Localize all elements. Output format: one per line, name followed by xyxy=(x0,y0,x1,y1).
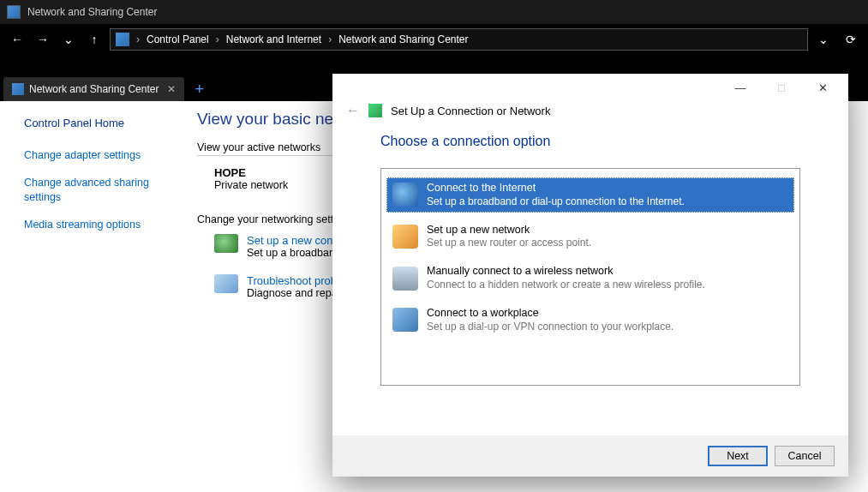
sidebar-item-streaming[interactable]: Media streaming options xyxy=(24,218,163,231)
back-button[interactable]: ← xyxy=(7,29,27,50)
app-icon xyxy=(7,5,21,19)
task-desc: Set up a broadband xyxy=(247,247,345,259)
sidebar-item-adapter[interactable]: Change adapter settings xyxy=(24,148,163,162)
window-titlebar: Network and Sharing Center xyxy=(0,0,868,24)
breadcrumb-item[interactable]: Network and Sharing Center xyxy=(338,33,468,45)
setup-connection-icon xyxy=(214,234,238,253)
router-icon xyxy=(392,225,418,249)
wizard-titlebar: — □ ✕ xyxy=(332,74,848,101)
breadcrumb-item[interactable]: Control Panel xyxy=(147,33,209,45)
recent-dropdown[interactable]: ⌄ xyxy=(58,29,79,50)
option-desc: Set up a dial-up or VPN connection to yo… xyxy=(427,321,673,333)
wizard-header: ← Set Up a Connection or Network xyxy=(332,101,848,130)
next-button[interactable]: Next xyxy=(708,446,768,466)
option-connect-internet[interactable]: Connect to the Internet Set up a broadba… xyxy=(386,177,794,213)
wizard-title: Set Up a Connection or Network xyxy=(391,105,550,117)
sidebar: Control Panel Home Change adapter settin… xyxy=(0,101,180,492)
option-title: Connect to the Internet xyxy=(427,182,685,195)
task-title[interactable]: Troubleshoot probl xyxy=(247,274,339,287)
tab-network-sharing[interactable]: Network and Sharing Center ✕ xyxy=(3,77,184,101)
tab-label: Network and Sharing Center xyxy=(29,83,159,95)
option-title: Connect to a workplace xyxy=(427,307,673,321)
option-desc: Set up a new router or access point. xyxy=(427,237,591,249)
chevron-right-icon: › xyxy=(213,33,223,45)
task-desc: Diagnose and repai xyxy=(247,287,339,299)
breadcrumb-item[interactable]: Network and Internet xyxy=(226,33,321,45)
cancel-button[interactable]: Cancel xyxy=(775,446,835,466)
new-tab-button[interactable]: + xyxy=(189,77,209,101)
option-desc: Connect to a hidden network or create a … xyxy=(427,279,705,291)
sidebar-item-sharing[interactable]: Change advanced sharing settings xyxy=(24,176,163,204)
globe-icon xyxy=(392,183,418,207)
maximize-button[interactable]: □ xyxy=(763,75,800,99)
close-icon[interactable]: ✕ xyxy=(167,83,176,95)
location-icon xyxy=(116,33,129,46)
option-title: Manually connect to a wireless network xyxy=(427,265,705,279)
option-wireless[interactable]: Manually connect to a wireless network C… xyxy=(386,261,794,296)
wizard-heading: Choose a connection option xyxy=(380,134,800,149)
task-title[interactable]: Set up a new conne xyxy=(247,234,345,247)
navbar: ← → ⌄ ↑ › Control Panel › Network and In… xyxy=(0,24,868,55)
option-new-network[interactable]: Set up a new network Set up a new router… xyxy=(386,219,794,255)
wizard-footer: Next Cancel xyxy=(332,435,848,477)
minimize-button[interactable]: — xyxy=(721,75,759,99)
chevron-right-icon: › xyxy=(325,33,335,45)
refresh-icon[interactable]: ⟳ xyxy=(841,29,861,50)
option-desc: Set up a broadband or dial-up connection… xyxy=(427,195,685,208)
option-workplace[interactable]: Connect to a workplace Set up a dial-up … xyxy=(386,303,794,338)
option-list: Connect to the Internet Set up a broadba… xyxy=(380,168,800,386)
wireless-icon xyxy=(392,267,418,291)
section-active-nets: View your active networks xyxy=(197,141,334,156)
window-title: Network and Sharing Center xyxy=(27,6,157,18)
wizard-back-icon[interactable]: ← xyxy=(346,103,360,118)
workplace-icon xyxy=(392,308,418,332)
close-button[interactable]: ✕ xyxy=(804,75,841,99)
option-title: Set up a new network xyxy=(427,224,591,237)
wizard-dialog: — □ ✕ ← Set Up a Connection or Network C… xyxy=(332,74,848,477)
forward-button[interactable]: → xyxy=(33,29,53,50)
troubleshoot-icon xyxy=(214,274,238,293)
wizard-body: Choose a connection option Connect to th… xyxy=(332,130,848,386)
breadcrumb[interactable]: › Control Panel › Network and Internet ›… xyxy=(110,28,808,51)
up-button[interactable]: ↑ xyxy=(84,29,105,50)
tab-icon xyxy=(12,83,24,95)
dropdown-icon[interactable]: ⌄ xyxy=(813,29,834,50)
wizard-icon xyxy=(368,104,382,117)
chevron-right-icon: › xyxy=(133,33,143,45)
sidebar-home[interactable]: Control Panel Home xyxy=(24,117,163,129)
